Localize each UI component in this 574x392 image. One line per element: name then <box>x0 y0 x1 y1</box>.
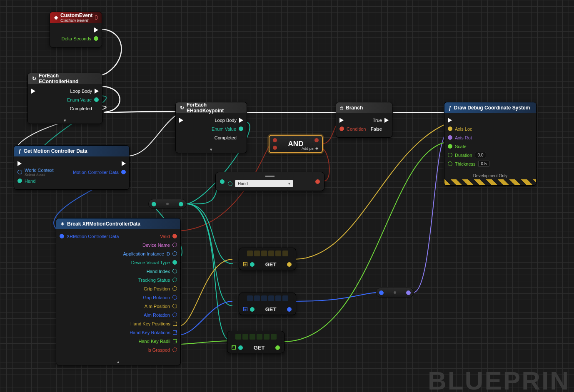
and-input-pin[interactable] <box>273 146 277 150</box>
node-draw-debug-coordinate-system[interactable]: ƒDraw Debug Coordinate System Axis Loc A… <box>444 102 537 186</box>
function-icon: ƒ <box>18 148 21 154</box>
loop-body-pin[interactable] <box>239 118 243 123</box>
pin-label: Delta Seconds <box>61 36 91 41</box>
and-output-pin[interactable] <box>314 138 319 142</box>
exec-in-pin[interactable] <box>179 118 183 123</box>
axis-loc-pin[interactable] <box>448 127 452 131</box>
valid-pin[interactable] <box>172 234 177 238</box>
reroute-node[interactable] <box>376 288 414 298</box>
pin-label: Grip Rotation <box>143 295 170 300</box>
enum-input-b-pin[interactable] <box>228 181 232 186</box>
output-pin[interactable] <box>275 345 280 350</box>
asset-hint: Select Asset <box>25 173 54 177</box>
aim-rotation-pin[interactable] <box>172 313 177 317</box>
output-pin[interactable] <box>287 262 292 267</box>
delta-seconds-pin[interactable] <box>94 36 98 41</box>
reroute-out-pin[interactable] <box>179 202 183 206</box>
node-array-get-positions[interactable]: GET <box>239 248 296 270</box>
hand-key-positions-pin[interactable] <box>173 322 177 326</box>
node-enum-equal[interactable]: Hand▾ <box>215 172 324 191</box>
loop-icon: ↻ <box>32 76 36 82</box>
exec-out-pin[interactable] <box>122 161 126 166</box>
node-array-get-radii[interactable]: GET <box>227 331 285 353</box>
hand-key-rotations-pin[interactable] <box>173 330 177 335</box>
exec-out-pin[interactable] <box>529 118 533 123</box>
thickness-pin[interactable] <box>448 161 452 166</box>
node-foreach-hand[interactable]: ↻ForEach EControllerHand Loop Body Enum … <box>27 73 102 124</box>
grip-position-pin[interactable] <box>172 286 177 291</box>
exec-in-pin[interactable] <box>448 118 452 123</box>
node-title: Break XRMotionControllerData <box>67 221 140 227</box>
struct-input-pin[interactable] <box>60 234 64 238</box>
duration-value[interactable]: 0.0 <box>475 152 487 158</box>
add-pin-button[interactable]: Add pin ✚ <box>302 146 319 151</box>
node-subtitle: Custom Event <box>60 18 92 23</box>
pin-label: Tracking Status <box>138 278 170 283</box>
reroute-out-pin[interactable] <box>406 290 411 295</box>
loop-body-pin[interactable] <box>95 89 99 94</box>
array-input-pin[interactable] <box>243 262 247 266</box>
expand-toggle[interactable]: ▾ <box>28 117 102 124</box>
array-input-pin[interactable] <box>243 307 247 311</box>
scale-pin[interactable] <box>448 144 452 149</box>
and-input-pin[interactable] <box>273 138 277 142</box>
reroute-node[interactable] <box>148 199 187 209</box>
node-title: Branch <box>346 105 363 111</box>
device-name-pin[interactable] <box>172 243 177 247</box>
reroute-in-pin[interactable] <box>152 202 156 206</box>
enum-value-pin[interactable] <box>94 97 99 102</box>
node-and[interactable]: AND Add pin ✚ <box>269 135 323 153</box>
node-branch[interactable]: ⎌Branch True Condition False <box>336 102 392 138</box>
aim-position-pin[interactable] <box>172 304 177 308</box>
completed-pin[interactable] <box>239 135 243 140</box>
pin-label: Hand Key Rotations <box>130 330 170 335</box>
exec-in-pin[interactable] <box>339 118 344 123</box>
node-foreach-keypoint[interactable]: ↻ForEach EHandKeypoint Loop Body Enum Va… <box>175 102 247 153</box>
hand-index-pin[interactable] <box>172 269 177 273</box>
enum-value-pin[interactable] <box>239 127 243 131</box>
node-get-motion-controller-data[interactable]: ƒGet Motion Controller Data World Contex… <box>14 145 130 190</box>
axis-rot-pin[interactable] <box>448 135 452 140</box>
node-title: CustomEvent <box>60 12 92 18</box>
array-input-pin[interactable] <box>232 345 236 350</box>
pin-label: XRMotion Controller Data <box>67 234 119 239</box>
pin-label: Condition <box>347 127 366 131</box>
node-array-get-rotations[interactable]: GET <box>239 293 296 315</box>
equals-icon <box>265 176 275 177</box>
node-break-xr-motion-controller-data[interactable]: ✶Break XRMotionControllerData XRMotion C… <box>56 218 181 365</box>
index-pin[interactable] <box>250 307 255 312</box>
enum-input-a-pin[interactable] <box>220 179 225 184</box>
pin-label: Motion Controller Data <box>73 170 119 175</box>
condition-pin[interactable] <box>339 127 344 131</box>
thickness-value[interactable]: 0.5 <box>478 161 490 167</box>
exec-in-pin[interactable] <box>31 89 35 94</box>
pin-label: Device Visual Type <box>131 260 170 265</box>
pin-label: Device Name <box>142 243 170 248</box>
enum-dropdown[interactable]: Hand▾ <box>235 180 293 187</box>
completed-pin[interactable] <box>95 106 99 111</box>
duration-pin[interactable] <box>448 153 452 157</box>
collapse-toggle[interactable]: ▴ <box>56 358 180 365</box>
expand-toggle[interactable]: ▾ <box>176 146 247 153</box>
pin-label: Hand <box>25 179 35 184</box>
index-pin[interactable] <box>250 262 255 267</box>
device-visual-type-pin[interactable] <box>172 260 177 265</box>
app-instance-id-pin[interactable] <box>172 251 177 256</box>
node-custom-event[interactable]: ◆ CustomEvent Custom Event Delta Seconds <box>50 12 102 47</box>
reroute-in-pin[interactable] <box>379 290 384 295</box>
hand-pin[interactable] <box>17 179 22 183</box>
bool-output-pin[interactable] <box>315 179 320 184</box>
index-pin[interactable] <box>238 345 243 350</box>
grip-rotation-pin[interactable] <box>172 295 177 300</box>
exec-out-pin[interactable] <box>94 27 98 32</box>
is-grasped-pin[interactable] <box>172 347 177 352</box>
hand-key-radii-pin[interactable] <box>173 339 177 343</box>
false-pin[interactable] <box>384 127 389 131</box>
motion-controller-data-pin[interactable] <box>121 170 126 174</box>
true-pin[interactable] <box>384 118 389 123</box>
world-context-pin[interactable] <box>17 170 22 174</box>
exec-in-pin[interactable] <box>17 161 22 166</box>
tracking-status-pin[interactable] <box>172 278 177 282</box>
struct-icon: ✶ <box>60 221 65 227</box>
output-pin[interactable] <box>287 307 292 312</box>
